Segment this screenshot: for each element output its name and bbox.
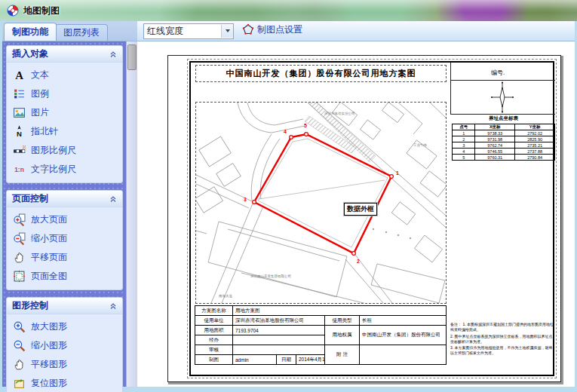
map-text-label: 南海大道 xyxy=(219,294,233,298)
plan-name-value: 用地方案图 xyxy=(233,306,447,316)
chevron-up-icon[interactable] xyxy=(109,47,117,61)
sidebar-item-zoom-out[interactable]: 缩小图形 xyxy=(7,336,122,355)
chevron-down-icon xyxy=(226,29,230,32)
coordinate-table: 点号X坐标Y坐标 19738.332792.0229731.982825.903… xyxy=(452,124,555,161)
reset-view-icon xyxy=(13,377,26,390)
toolbar-button-gear[interactable]: 打印设置 xyxy=(238,38,306,41)
map-text-label: 深圳市电信实业公司 xyxy=(324,112,355,115)
note-line: 备注： 1. 本图根据深圳市规划国土部门提供的地形图及用地红线资料编绘而成。 xyxy=(450,322,556,333)
sidebar-section: 页面控制放大页面缩小页面平移页面页面全图 xyxy=(6,190,123,290)
use-type-value: 长租 xyxy=(360,316,447,326)
vertex-label: 5 xyxy=(304,123,307,128)
coord-table-cell: 2737.88 xyxy=(515,149,555,155)
section-header[interactable]: 图形控制 xyxy=(7,298,122,314)
combobox-dropdown-button[interactable] xyxy=(221,25,233,38)
boundary-vertex[interactable] xyxy=(305,133,308,136)
coord-table-cell: 3 xyxy=(453,142,475,149)
redline-overlay: 12345深圳市电信实业公司深圳南山开发集团有限公司工业七路南海大道 xyxy=(219,112,428,298)
coord-table-cell: 9738.33 xyxy=(475,130,515,136)
coord-table-row: 39762.742735.21 xyxy=(453,142,555,149)
map-text-label: 工业七路 xyxy=(413,142,428,147)
sidebar-item-label: 平移图形 xyxy=(31,358,67,371)
pan-hand-icon xyxy=(13,251,26,264)
coord-table-header: Y坐标 xyxy=(515,124,555,130)
area-label: 用地面积 xyxy=(195,326,233,335)
svg-text:10: 10 xyxy=(23,145,26,149)
boundary-vertex[interactable] xyxy=(352,252,356,256)
redline-width-combobox[interactable]: 红线宽度 xyxy=(143,23,234,39)
coord-table-cell: 9731.98 xyxy=(475,136,515,142)
sidebar-item-label: 放大页面 xyxy=(31,213,67,226)
tab-toolbar-band: 制图功能图层列表 红线宽度 选择元素取消选择制图点设置打印设置#文档属性保存 xyxy=(2,21,575,41)
sidebar-item-label: 缩小页面 xyxy=(31,232,67,245)
zoom-in-icon xyxy=(13,320,26,333)
chevron-up-icon[interactable] xyxy=(109,299,117,313)
section-header[interactable]: 插入对象 xyxy=(7,46,122,63)
sidebar-item-text[interactable]: A文本 xyxy=(7,66,122,84)
sidebar-item-label: 图例 xyxy=(31,87,49,100)
sidebar-item-pan-hand[interactable]: 平移页面 xyxy=(7,248,122,267)
zoom-out-icon xyxy=(13,339,26,352)
sidebar-item-label: 页面全图 xyxy=(31,270,67,283)
chevron-up-icon[interactable] xyxy=(109,192,117,206)
sidebar-item-legend[interactable]: 图例 xyxy=(7,84,122,103)
gear-icon xyxy=(242,40,254,41)
use-type-label: 使用类型 xyxy=(325,316,360,326)
sidebar-item-label: 缩小图形 xyxy=(31,339,67,352)
coordinate-table-title: 界址点坐标表 xyxy=(452,115,555,122)
boundary-vertex[interactable] xyxy=(390,175,394,179)
map-canvas[interactable]: 中国南山开发（集团）股份有限公司用地方案图 编号. 界址点坐标表 xyxy=(137,41,575,387)
sidebar-tabs: 制图功能图层列表 xyxy=(2,21,137,41)
section-header[interactable]: 页面控制 xyxy=(7,191,122,207)
toolbar-button-polygon[interactable]: 制图点设置 xyxy=(238,21,306,38)
ownership-label: 用地权属 xyxy=(325,326,360,345)
review-value xyxy=(233,345,325,355)
user-unit-value: 深圳赤湾石油基地股份有限公司 xyxy=(233,316,325,326)
tab-map-functions[interactable]: 制图功能 xyxy=(4,23,57,41)
sidebar-item-zoom-in[interactable]: 放大图形 xyxy=(7,317,122,336)
map-drawing[interactable]: 12345深圳市电信实业公司深圳南山开发集团有限公司工业七路南海大道 数据外框 xyxy=(195,102,447,304)
tab-layer-list[interactable]: 图层列表 xyxy=(55,24,108,41)
north-compass-icon xyxy=(490,81,515,113)
coordinate-table-wrap: 界址点坐标表 点号X坐标Y坐标 19738.332792.0229731.982… xyxy=(452,115,555,161)
main-area: 插入对象A文本图例图片N指北针10图形比例尺1:n文字比例尺页面控制放大页面缩小… xyxy=(2,41,575,387)
remark-label: 附 注 xyxy=(325,345,360,365)
basemap-svg: 12345深圳市电信实业公司深圳南山开发集团有限公司工业七路南海大道 xyxy=(196,103,446,303)
document-number-label: 编号. xyxy=(491,69,505,77)
coord-table-cell: 9746.55 xyxy=(475,149,515,155)
drawer-value: admin xyxy=(233,355,277,365)
remark-value xyxy=(360,345,447,365)
review-label: 审核 xyxy=(195,345,233,355)
sidebar-item-scalebar[interactable]: 10图形比例尺 xyxy=(7,141,122,160)
sidebar-item-reset-view[interactable]: 复位图形 xyxy=(7,374,122,392)
sidebar-item-label: 复位图形 xyxy=(31,377,67,390)
sidebar-item-full-page[interactable]: 页面全图 xyxy=(7,267,122,286)
coord-table-row: 29731.982825.90 xyxy=(453,136,555,142)
coord-table-header: X坐标 xyxy=(475,124,515,130)
zoom-in-page-icon xyxy=(13,213,26,226)
boundary-vertex[interactable] xyxy=(290,136,293,139)
sidebar-scrollbar[interactable] xyxy=(126,41,137,387)
north-arrow-icon: N xyxy=(13,125,26,138)
user-unit-label: 使用单位 xyxy=(195,316,233,326)
sidebar-item-picture[interactable]: 图片 xyxy=(7,103,122,122)
sidebar-item-text-scale[interactable]: 1:n文字比例尺 xyxy=(7,160,122,179)
window-title: 地图制图 xyxy=(23,5,60,17)
coord-table-cell: 4 xyxy=(453,149,475,155)
app-logo-icon xyxy=(7,5,19,17)
document-page: 中国南山开发（集团）股份有限公司用地方案图 编号. 界址点坐标表 xyxy=(167,55,561,382)
sidebar-item-pan-hand[interactable]: 平移图形 xyxy=(7,355,122,374)
sidebar-item-zoom-in-page[interactable]: 放大页面 xyxy=(7,210,122,229)
scrollbar-thumb[interactable] xyxy=(127,44,137,70)
sidebar-item-zoom-out-page[interactable]: 缩小页面 xyxy=(7,229,122,248)
basemap-lines xyxy=(196,103,446,303)
section-items: 放大图形缩小图形平移图形复位图形 xyxy=(7,314,122,392)
coord-table-row: 49746.552737.88 xyxy=(453,149,555,155)
coord-table-cell: 9762.74 xyxy=(475,142,515,149)
sidebar-item-north-arrow[interactable]: N指北针 xyxy=(7,122,122,141)
section-title: 图形控制 xyxy=(12,299,48,312)
pan-hand-icon xyxy=(13,358,26,371)
draw-label: 制图 xyxy=(195,355,233,365)
note-line: 3. 本方案图仅作为用地报批使用，不作为土地权属依据，最终以主管部门核发文件为准… xyxy=(450,345,556,357)
boundary-vertex[interactable] xyxy=(253,201,256,204)
